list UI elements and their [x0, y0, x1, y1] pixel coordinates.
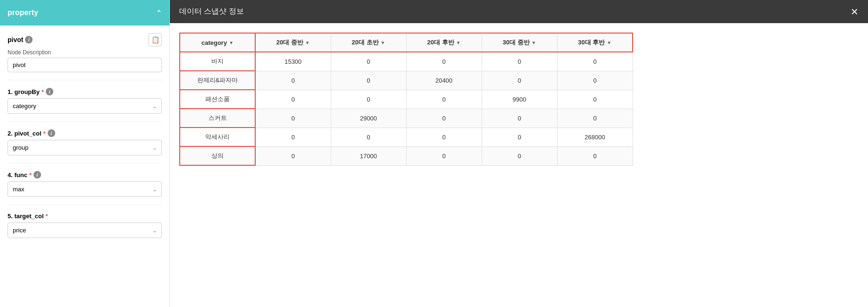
- func-select-wrapper: max min sum avg ⌄: [8, 181, 162, 197]
- close-button[interactable]: ✕: [851, 7, 859, 17]
- panel-body: pivot i 📋 Node Description 1. groupBy * …: [0, 26, 169, 246]
- pivot-info-icon[interactable]: i: [25, 36, 33, 43]
- right-title: 데이터 스냅샷 정보: [179, 7, 244, 17]
- groupby-label: 1. groupBy * i: [8, 88, 162, 95]
- table-cell-30s_mid: 0: [482, 71, 557, 90]
- th-30s-late[interactable]: 30대 후반 ▼: [557, 33, 633, 52]
- targetcol-select[interactable]: price category group: [8, 222, 162, 238]
- table-container: category ▼ 20대 중반 ▼ 20대 초반 ▼: [170, 23, 868, 307]
- table-row: 란제리&파자마002040000: [180, 71, 633, 90]
- left-panel: property ⌃ pivot i 📋 Node Description 1.…: [0, 0, 170, 307]
- targetcol-required: *: [46, 213, 48, 220]
- divider-4: [8, 205, 162, 205]
- th-20s-late[interactable]: 20대 후반 ▼: [406, 33, 482, 52]
- divider-1: [8, 80, 162, 80]
- table-cell-20s_early: 29000: [331, 109, 406, 128]
- copy-button[interactable]: 📋: [149, 33, 162, 46]
- 20s-early-dropdown-icon[interactable]: ▼: [381, 40, 385, 45]
- pivotcol-info-icon[interactable]: i: [48, 129, 55, 137]
- table-cell-30s_late: 0: [557, 109, 633, 128]
- 30s-late-dropdown-icon[interactable]: ▼: [607, 40, 611, 45]
- 30s-mid-dropdown-icon[interactable]: ▼: [532, 40, 536, 45]
- collapse-icon[interactable]: ⌃: [156, 9, 162, 17]
- pivot-label: pivot i: [8, 36, 33, 43]
- th-20s-early[interactable]: 20대 초반 ▼: [331, 33, 406, 52]
- pivot-section: pivot i 📋 Node Description: [8, 33, 162, 72]
- table-cell-20s_mid: 0: [255, 128, 331, 146]
- category-dropdown-icon[interactable]: ▼: [229, 40, 234, 45]
- table-cell-30s_late: 268000: [557, 128, 633, 146]
- groupby-section: 1. groupBy * i category group price ⌄: [8, 88, 162, 114]
- table-cell-category: 스커트: [180, 109, 255, 128]
- table-cell-30s_late: 0: [557, 52, 633, 71]
- th-30s-mid[interactable]: 30대 중반 ▼: [482, 33, 557, 52]
- func-label: 4. func * i: [8, 171, 162, 179]
- pivotcol-required: *: [43, 130, 46, 137]
- targetcol-label: 5. target_col *: [8, 213, 162, 220]
- table-cell-20s_mid: 0: [255, 109, 331, 128]
- divider-2: [8, 121, 162, 122]
- table-cell-20s_late: 0: [406, 109, 482, 128]
- table-row: 스커트029000000: [180, 109, 633, 128]
- table-cell-30s_mid: 0: [482, 52, 557, 71]
- table-cell-20s_late: 0: [406, 128, 482, 146]
- table-row: 바지153000000: [180, 52, 633, 71]
- func-required: *: [29, 171, 32, 179]
- table-cell-30s_mid: 0: [482, 109, 557, 128]
- th-category[interactable]: category ▼: [180, 33, 255, 52]
- func-info-icon[interactable]: i: [33, 171, 41, 179]
- table-cell-category: 악세사리: [180, 128, 255, 146]
- table-cell-20s_early: 0: [331, 52, 406, 71]
- panel-title: property: [8, 9, 38, 17]
- table-cell-30s_mid: 9900: [482, 90, 557, 109]
- pivotcol-select[interactable]: group category price: [8, 140, 162, 155]
- node-desc-label: Node Description: [8, 49, 162, 56]
- divider-3: [8, 163, 162, 163]
- table-body: 바지153000000란제리&파자마002040000패션소품00099000스…: [180, 52, 633, 165]
- table-row: 악세사리0000268000: [180, 128, 633, 146]
- table-cell-20s_early: 0: [331, 71, 406, 90]
- func-section: 4. func * i max min sum avg ⌄: [8, 171, 162, 197]
- node-description-input[interactable]: [8, 58, 162, 72]
- table-cell-20s_mid: 0: [255, 90, 331, 109]
- table-cell-20s_mid: 15300: [255, 52, 331, 71]
- table-cell-30s_mid: 0: [482, 128, 557, 146]
- right-panel: 데이터 스냅샷 정보 ✕ category ▼ 20대 중반 ▼: [170, 0, 868, 307]
- table-cell-20s_mid: 0: [255, 71, 331, 90]
- table-cell-category: 바지: [180, 52, 255, 71]
- targetcol-section: 5. target_col * price category group ⌄: [8, 213, 162, 238]
- table-cell-category: 란제리&파자마: [180, 71, 255, 90]
- table-cell-30s_late: 0: [557, 71, 633, 90]
- table-cell-category: 상의: [180, 146, 255, 165]
- table-cell-20s_late: 0: [406, 146, 482, 165]
- data-table: category ▼ 20대 중반 ▼ 20대 초반 ▼: [179, 33, 633, 166]
- table-cell-20s_late: 0: [406, 90, 482, 109]
- table-cell-20s_late: 20400: [406, 71, 482, 90]
- targetcol-select-wrapper: price category group ⌄: [8, 222, 162, 238]
- func-select[interactable]: max min sum avg: [8, 181, 162, 197]
- right-header: 데이터 스냅샷 정보 ✕: [170, 0, 868, 23]
- panel-header: property ⌃: [0, 0, 169, 26]
- table-cell-20s_early: 0: [331, 128, 406, 146]
- table-cell-category: 패션소품: [180, 90, 255, 109]
- table-cell-20s_early: 0: [331, 90, 406, 109]
- table-cell-30s_late: 0: [557, 90, 633, 109]
- pivotcol-section: 2. pivot_col * i group category price ⌄: [8, 129, 162, 155]
- 20s-mid-dropdown-icon[interactable]: ▼: [305, 40, 310, 45]
- groupby-select-wrapper: category group price ⌄: [8, 98, 162, 114]
- pivotcol-select-wrapper: group category price ⌄: [8, 140, 162, 155]
- th-20s-mid[interactable]: 20대 중반 ▼: [255, 33, 331, 52]
- groupby-required: *: [42, 88, 44, 95]
- table-row: 상의017000000: [180, 146, 633, 165]
- table-cell-30s_late: 0: [557, 146, 633, 165]
- table-row: 패션소품00099000: [180, 90, 633, 109]
- 20s-late-dropdown-icon[interactable]: ▼: [456, 40, 461, 45]
- groupby-info-icon[interactable]: i: [46, 88, 53, 95]
- table-cell-20s_late: 0: [406, 52, 482, 71]
- pivotcol-label: 2. pivot_col * i: [8, 129, 162, 137]
- table-cell-30s_mid: 0: [482, 146, 557, 165]
- table-cell-20s_mid: 0: [255, 146, 331, 165]
- table-header-row: category ▼ 20대 중반 ▼ 20대 초반 ▼: [180, 33, 633, 52]
- table-cell-20s_early: 17000: [331, 146, 406, 165]
- groupby-select[interactable]: category group price: [8, 98, 162, 114]
